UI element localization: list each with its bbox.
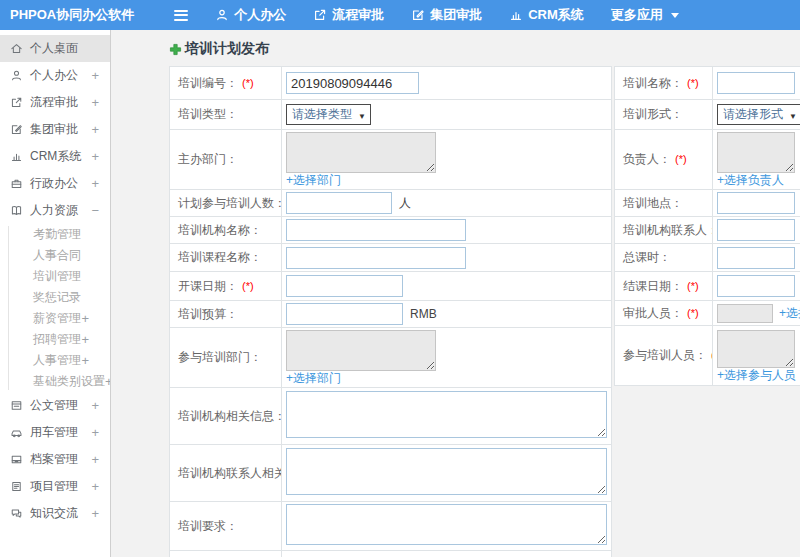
select-arrow-icon (783, 108, 797, 122)
location-input[interactable] (717, 192, 795, 214)
sidebar-item-group-approval[interactable]: 集团审批 + (0, 116, 110, 143)
table-row: 培训机构名称： (170, 217, 612, 244)
start-date-input[interactable] (286, 275, 403, 297)
expand-plus-icon[interactable]: + (91, 68, 99, 83)
chart-icon (509, 8, 523, 22)
nav-group-approval[interactable]: 集团审批 (411, 6, 482, 24)
select-leader-link[interactable]: +选择负责人 (717, 174, 800, 187)
sidebar-item-admin-office[interactable]: 行政办公 + (0, 170, 110, 197)
end-date-input[interactable] (717, 275, 795, 297)
sidebar: 个人桌面 个人办公 + 流程审批 + 集团审批 + CRM系统 + 行政办公 + (0, 30, 111, 557)
select-arrow-icon (352, 108, 366, 122)
caret-down-icon (671, 13, 679, 18)
field-label: 培训编号： (178, 76, 238, 90)
sidebar-subitem-recruit[interactable]: 招聘管理+ (0, 329, 110, 350)
sidebar-item-archive-mgmt[interactable]: 档案管理 + (0, 446, 110, 473)
edit-icon (411, 8, 425, 22)
expand-plus-icon[interactable]: + (91, 425, 99, 440)
collapse-minus-icon[interactable]: − (91, 203, 99, 218)
expand-plus-icon[interactable]: + (91, 506, 99, 521)
requirement-textarea[interactable] (286, 504, 607, 545)
training-type-select[interactable]: 请选择类型 (286, 104, 371, 125)
sidebar-item-personal-office[interactable]: 个人办公 + (0, 62, 110, 89)
table-row: 参与培训人员：(*) +选择参与人员 (615, 326, 800, 386)
edit-icon (10, 123, 23, 136)
expand-plus-icon[interactable]: + (91, 176, 99, 191)
sidebar-item-hr[interactable]: 人力资源 − (0, 197, 110, 224)
expand-plus-icon[interactable]: + (81, 332, 89, 347)
field-label: 培训要求： (178, 519, 238, 533)
leader-textarea[interactable] (717, 132, 795, 173)
sidebar-subitem-hr-contract[interactable]: 人事合同 (0, 245, 110, 266)
hr-submenu: 考勤管理 人事合同 培训管理 奖惩记录 薪资管理+ 招聘管理+ 人事管理+ 基础… (0, 224, 110, 392)
required-mark: (*) (687, 280, 699, 292)
doc-icon (10, 399, 23, 412)
trainee-textarea[interactable] (717, 330, 795, 368)
table-row: 总课时： (615, 244, 800, 272)
sidebar-subitem-training[interactable]: 培训管理 (0, 266, 110, 287)
org-contact-input[interactable] (717, 219, 795, 241)
nav-personal-office[interactable]: 个人办公 (215, 6, 286, 24)
sidebar-item-document-mgmt[interactable]: 公文管理 + (0, 392, 110, 419)
sidebar-item-crm[interactable]: CRM系统 + (0, 143, 110, 170)
field-label: 负责人： (623, 152, 671, 166)
total-hours-input[interactable] (717, 247, 795, 269)
sidebar-item-knowledge[interactable]: 知识交流 + (0, 500, 110, 527)
org-info-textarea[interactable] (286, 391, 607, 438)
planned-count-input[interactable] (286, 192, 392, 214)
flow-icon (313, 8, 327, 22)
field-label: 培训机构联系人相关信息： (178, 466, 282, 480)
training-form-select[interactable]: 请选择形式 (717, 104, 800, 125)
expand-plus-icon[interactable]: + (91, 122, 99, 137)
sidebar-subitem-base-category[interactable]: 基础类别设置+ (0, 371, 110, 392)
table-row: 培训地点： (615, 190, 800, 217)
expand-plus-icon[interactable]: + (81, 311, 89, 326)
user-icon (10, 69, 23, 82)
sidebar-item-personal-desktop[interactable]: 个人桌面 (0, 35, 110, 62)
sidebar-subitem-personnel[interactable]: 人事管理+ (0, 350, 110, 371)
field-label: 培训机构名称： (178, 223, 262, 237)
expand-plus-icon[interactable]: + (91, 479, 99, 494)
training-name-input[interactable] (717, 72, 795, 94)
org-name-input[interactable] (286, 219, 466, 241)
chart-icon (10, 150, 23, 163)
flow-icon (10, 96, 23, 109)
sidebar-item-vehicle-mgmt[interactable]: 用车管理 + (0, 419, 110, 446)
field-label: 结课日期： (623, 279, 683, 293)
field-label: 参与培训部门： (178, 350, 262, 364)
nav-flow-approval[interactable]: 流程审批 (313, 6, 384, 24)
nav-more-apps[interactable]: 更多应用 (611, 6, 679, 24)
top-nav: 个人办公 流程审批 集团审批 CRM系统 更多应用 (215, 6, 679, 24)
select-trainee-link[interactable]: +选择参与人员 (717, 369, 800, 382)
book-icon (10, 204, 23, 217)
sidebar-item-flow-approval[interactable]: 流程审批 + (0, 89, 110, 116)
select-dept-link[interactable]: +选择部门 (286, 372, 607, 385)
select-dept-link[interactable]: +选择部门 (286, 174, 607, 187)
chat-icon (10, 507, 23, 520)
nav-label: 流程审批 (332, 6, 384, 24)
sidebar-item-project-mgmt[interactable]: 项目管理 + (0, 473, 110, 500)
sidebar-subitem-salary[interactable]: 薪资管理+ (0, 308, 110, 329)
course-name-input[interactable] (286, 247, 466, 269)
expand-plus-icon[interactable]: + (91, 149, 99, 164)
project-icon (10, 480, 23, 493)
budget-input[interactable] (286, 303, 403, 325)
required-mark: (*) (242, 77, 254, 89)
table-row: 计划参与培训人数：(*) 人 (170, 190, 612, 217)
expand-plus-icon[interactable]: + (91, 95, 99, 110)
table-row: 培训课程名称： (170, 244, 612, 272)
expand-plus-icon[interactable]: + (91, 452, 99, 467)
approver-box[interactable] (717, 304, 773, 323)
expand-plus-icon[interactable]: + (81, 353, 89, 368)
nav-crm-system[interactable]: CRM系统 (509, 6, 584, 24)
training-no-input[interactable] (286, 72, 419, 94)
org-contact-info-textarea[interactable] (286, 448, 607, 495)
host-dept-textarea[interactable] (286, 132, 436, 173)
select-approver-link[interactable]: +选择审批人员 (779, 305, 800, 322)
sidebar-subitem-attendance[interactable]: 考勤管理 (0, 224, 110, 245)
green-plus-icon (169, 43, 182, 56)
expand-plus-icon[interactable]: + (91, 398, 99, 413)
join-dept-textarea[interactable] (286, 330, 436, 371)
sidebar-subitem-rewards[interactable]: 奖惩记录 (0, 287, 110, 308)
hamburger-menu-icon[interactable] (174, 7, 189, 23)
